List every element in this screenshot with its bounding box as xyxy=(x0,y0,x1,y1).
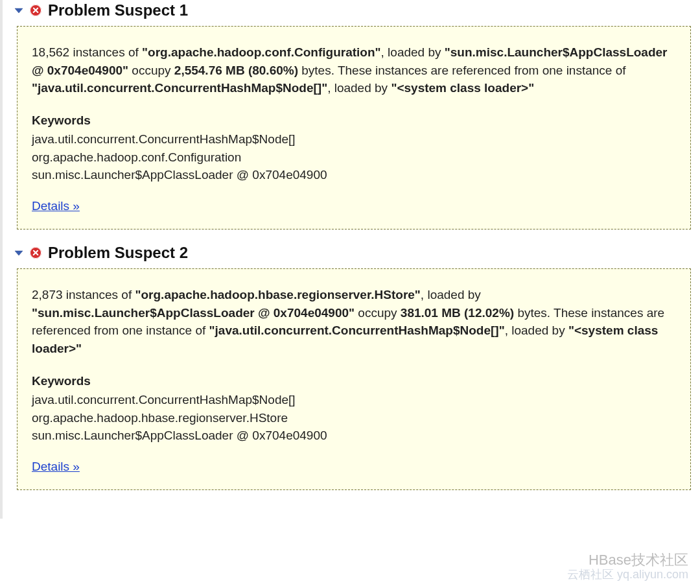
keywords-heading: Keywords xyxy=(32,112,676,130)
retained-size: 2,554.76 MB (80.60%) xyxy=(174,64,298,77)
error-icon xyxy=(30,5,41,16)
collapse-icon xyxy=(14,6,23,15)
suspect-description: 2,873 instances of "org.apache.hadoop.hb… xyxy=(32,286,676,357)
suspect-header-1[interactable]: Problem Suspect 1 xyxy=(3,0,700,26)
keywords-list: java.util.concurrent.ConcurrentHashMap$N… xyxy=(32,391,676,445)
class-name: "org.apache.hadoop.hbase.regionserver.HS… xyxy=(135,288,421,301)
suspect-title: Problem Suspect 2 xyxy=(48,244,188,262)
instance-count: 18,562 xyxy=(32,45,69,59)
referencing-loader: "<system class loader>" xyxy=(391,81,534,95)
referencing-class: "java.util.concurrent.ConcurrentHashMap$… xyxy=(32,81,327,95)
instance-count: 2,873 xyxy=(32,288,63,301)
suspect-description: 18,562 instances of "org.apache.hadoop.c… xyxy=(32,43,676,97)
class-name: "org.apache.hadoop.conf.Configuration" xyxy=(142,45,380,59)
keyword-item: java.util.concurrent.ConcurrentHashMap$N… xyxy=(32,130,676,148)
error-icon xyxy=(30,247,41,259)
collapse-icon xyxy=(14,248,23,257)
details-link[interactable]: Details » xyxy=(32,197,80,215)
retained-size: 381.01 MB (12.02%) xyxy=(401,306,514,320)
svg-marker-0 xyxy=(15,8,23,13)
keyword-item: java.util.concurrent.ConcurrentHashMap$N… xyxy=(32,391,676,409)
keyword-item: org.apache.hadoop.conf.Configuration xyxy=(32,148,676,167)
svg-marker-1 xyxy=(15,251,23,255)
referencing-class: "java.util.concurrent.ConcurrentHashMap$… xyxy=(209,323,505,337)
keyword-item: org.apache.hadoop.hbase.regionserver.HSt… xyxy=(32,409,676,427)
suspect-section-2: Problem Suspect 2 2,873 instances of "or… xyxy=(3,242,700,490)
report-page: Problem Suspect 1 18,562 instances of "o… xyxy=(0,0,700,519)
keywords-heading: Keywords xyxy=(32,372,676,390)
suspect-header-2[interactable]: Problem Suspect 2 xyxy=(3,242,700,268)
suspect-title: Problem Suspect 1 xyxy=(48,1,188,19)
keyword-item: sun.misc.Launcher$AppClassLoader @ 0x704… xyxy=(32,166,676,184)
keywords-list: java.util.concurrent.ConcurrentHashMap$N… xyxy=(32,130,676,184)
keyword-item: sun.misc.Launcher$AppClassLoader @ 0x704… xyxy=(32,427,676,445)
suspect-panel-2: 2,873 instances of "org.apache.hadoop.hb… xyxy=(17,268,691,490)
suspect-section-1: Problem Suspect 1 18,562 instances of "o… xyxy=(3,0,700,229)
details-link[interactable]: Details » xyxy=(32,458,80,476)
suspect-panel-1: 18,562 instances of "org.apache.hadoop.c… xyxy=(17,26,691,229)
class-loader: "sun.misc.Launcher$AppClassLoader @ 0x70… xyxy=(32,306,355,320)
